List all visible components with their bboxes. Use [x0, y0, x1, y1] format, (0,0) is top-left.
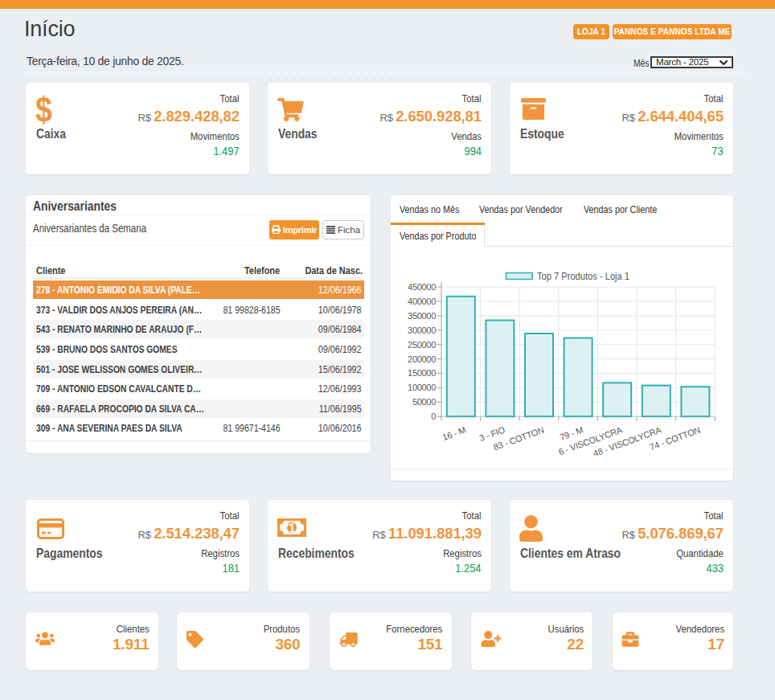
svg-text:400000: 400000 [408, 297, 436, 306]
svg-text:350000: 350000 [408, 311, 436, 321]
svg-text:100000: 100000 [408, 383, 436, 392]
svg-text:250000: 250000 [408, 340, 436, 350]
svg-text:0: 0 [431, 411, 436, 421]
svg-text:Top 7 Produtos - Loja 1: Top 7 Produtos - Loja 1 [537, 271, 629, 282]
svg-text:200000: 200000 [408, 354, 436, 364]
svg-text:16 - M: 16 - M [441, 425, 467, 443]
svg-text:50000: 50000 [412, 397, 436, 407]
svg-text:150000: 150000 [408, 368, 436, 378]
svg-text:300000: 300000 [408, 325, 436, 335]
svg-text:450000: 450000 [408, 282, 436, 292]
